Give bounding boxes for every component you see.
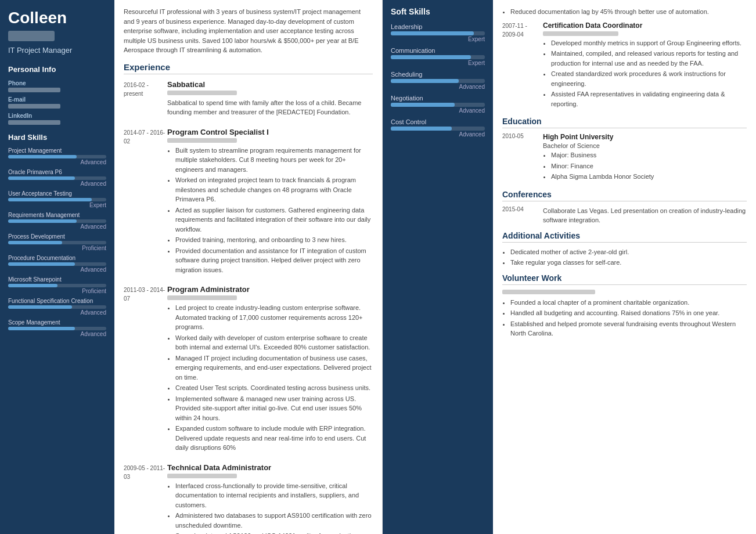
bullet-item: Served as internal AS9100 and ISO 14001 … <box>175 531 373 534</box>
skill-bar <box>8 155 77 158</box>
bullet-item: Worked daily with developer of custom en… <box>175 333 373 352</box>
soft-skill-bar-container <box>391 79 485 83</box>
soft-skill-level: Advanced <box>391 84 485 90</box>
skill-name: Process Development <box>8 233 106 240</box>
skill-bar-container <box>8 176 106 180</box>
volunteer-org-placeholder <box>502 290 595 294</box>
cert-bullet: Created standardized work procedures & w… <box>551 69 747 88</box>
volunteer-bullets-list: Founded a local chapter of a prominent c… <box>502 298 747 338</box>
soft-skill-bar-container <box>391 127 485 131</box>
skill-bar-container <box>8 155 106 158</box>
soft-skill-bar <box>391 103 455 107</box>
edu-detail: Alpha Sigma Lambda Honor Society <box>551 172 747 182</box>
phone-value <box>8 88 60 92</box>
candidate-title: IT Project Manager <box>8 46 106 55</box>
soft-skill-name: Communication <box>391 47 485 54</box>
experience-entry: 2009-05 - 2011-03 Technical Data Adminis… <box>124 463 373 535</box>
skills-list: Project Management Advanced Oracle Prima… <box>8 147 106 337</box>
bullet-item: Acted as supplier liaison for customers.… <box>175 205 373 234</box>
edu-detail: Major: Business <box>551 150 747 160</box>
skill-bar <box>8 198 92 201</box>
bullet-item: Expanded custom software to include modu… <box>175 424 373 453</box>
skill-bar-container <box>8 219 106 223</box>
skill-name: Oracle Primavera P6 <box>8 169 106 175</box>
company-placeholder <box>167 474 237 478</box>
entry-description: Sabbatical to spend time with family aft… <box>167 98 373 117</box>
edu-detail: Minor: Finance <box>551 161 747 171</box>
company-placeholder <box>167 295 237 300</box>
soft-skill-item: Leadership Expert <box>391 23 485 42</box>
cert-title: Certification Data Coordinator <box>543 21 747 30</box>
cert-bullet: Assisted FAA representatives in validati… <box>551 89 747 109</box>
bullet-item: Worked on integrated project team to tra… <box>175 175 373 204</box>
skill-level: Advanced <box>8 181 106 187</box>
job-title: Technical Data Administrator <box>167 463 373 472</box>
volunteer-bullet: Handled all budgeting and accounting. Ra… <box>510 308 747 318</box>
skill-name: Scope Management <box>8 319 106 326</box>
main-content: Resourceful IT professional with 3 years… <box>114 0 383 534</box>
experience-list: 2016-02 - present Sabbatical Sabbatical … <box>124 80 373 535</box>
top-bullet-1: Reduced documentation lag by 45% through… <box>510 7 747 17</box>
soft-skills-column: Soft Skills Leadership Expert Communicat… <box>383 0 493 534</box>
bullet-item: Administered two databases to support AS… <box>175 511 373 530</box>
linkedin-value <box>8 120 60 125</box>
soft-skill-name: Leadership <box>391 23 485 30</box>
bullet-item: Created User Test scripts. Coordinated t… <box>175 383 373 393</box>
entry-content: Sabbatical Sabbatical to spend time with… <box>167 80 373 120</box>
skill-name: User Acceptance Testing <box>8 190 106 197</box>
skill-bar <box>8 176 75 180</box>
bullet-item: Implemented software & managed new user … <box>175 394 373 423</box>
soft-skill-level: Advanced <box>391 107 485 114</box>
edu-details-list: Major: BusinessMinor: FinanceAlpha Sigma… <box>543 150 747 182</box>
skill-name: Procedure Documentation <box>8 255 106 261</box>
soft-skill-bar <box>391 79 459 83</box>
sidebar: Colleen IT Project Manager Personal Info… <box>0 0 114 534</box>
skill-item: Functional Specification Creation Advanc… <box>8 298 106 316</box>
edu-content: High Point University Bachelor of Scienc… <box>543 133 747 184</box>
conf-date: 2015-04 <box>502 206 543 225</box>
skill-bar <box>8 219 77 223</box>
skill-level: Proficient <box>8 288 106 294</box>
skill-bar <box>8 262 75 266</box>
hard-skills-section-title: Hard Skills <box>8 131 106 144</box>
job-title: Program Control Specialist I <box>167 128 373 136</box>
skill-item: Process Development Proficient <box>8 233 106 251</box>
bullets-list: Built system to streamline program requi… <box>167 146 373 275</box>
skill-bar-container <box>8 241 106 244</box>
additional-section-title: Additional Activities <box>502 231 747 243</box>
soft-skill-level: Advanced <box>391 131 485 138</box>
entry-content: Technical Data Administrator Interfaced … <box>167 463 373 535</box>
summary-text: Resourceful IT professional with 3 years… <box>124 7 373 55</box>
soft-skill-bar <box>391 55 471 59</box>
skill-bar-container <box>8 262 106 266</box>
skill-bar <box>8 241 62 244</box>
experience-entry: 2011-03 - 2014-07 Program Administrator … <box>124 285 373 455</box>
linkedin-label: LinkedIn <box>8 113 106 119</box>
candidate-name: Colleen <box>8 9 106 27</box>
bullets-list: Interfaced cross-functionally to provide… <box>167 481 373 535</box>
company-placeholder <box>167 91 237 95</box>
skill-name: Microsoft Sharepoint <box>8 276 106 283</box>
bullet-item: Built system to streamline program requi… <box>175 146 373 175</box>
soft-skill-level: Expert <box>391 36 485 42</box>
soft-skill-bar <box>391 31 474 35</box>
cert-content: Certification Data Coordinator Developed… <box>543 21 747 111</box>
skill-bar <box>8 327 75 330</box>
right-column: Reduced documentation lag by 45% through… <box>493 0 756 534</box>
bullet-item: Interfaced cross-functionally to provide… <box>175 481 373 510</box>
cert-bullet: Maintained, compiled, and released vario… <box>551 49 747 68</box>
soft-skill-item: Communication Expert <box>391 47 485 66</box>
skill-level: Expert <box>8 202 106 208</box>
cert-dates: 2007-11 - 2009-04 <box>502 21 543 111</box>
email-value <box>8 104 60 109</box>
soft-skill-bar-container <box>391 103 485 107</box>
skill-level: Advanced <box>8 309 106 316</box>
skill-bar-container <box>8 284 106 287</box>
date-col: 2011-03 - 2014-07 <box>124 285 167 455</box>
cert-bullets: Developed monthly metrics in support of … <box>543 38 747 109</box>
top-bullets: Reduced documentation lag by 45% through… <box>502 7 747 17</box>
skill-bar-container <box>8 305 106 309</box>
soft-skill-name: Scheduling <box>391 71 485 78</box>
additional-bullet: Take regular yoga classes for self-care. <box>510 258 747 268</box>
avatar-placeholder <box>8 31 55 41</box>
